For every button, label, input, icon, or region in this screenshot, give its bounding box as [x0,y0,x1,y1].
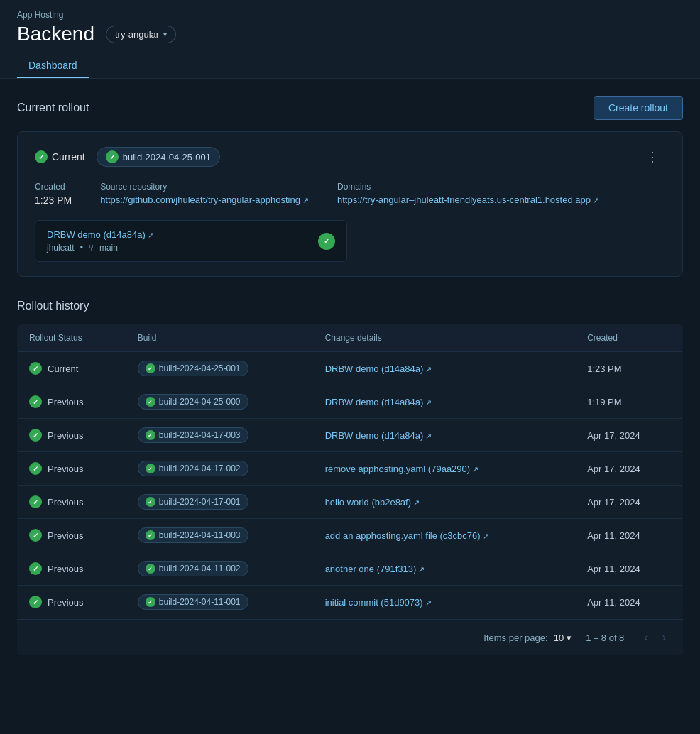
table-row: Previous build-2024-04-11-002 another on… [18,552,683,586]
table-row: Previous build-2024-04-25-000 DRBW demo … [18,385,683,419]
row-build-id: build-2024-04-25-000 [159,397,241,407]
domain-link[interactable]: https://try-angular–jhuleatt-friendlyeat… [337,195,599,205]
table-header-row: Rollout Status Build Change details Crea… [18,324,683,352]
row-status-dot [29,495,42,508]
current-status-badge: Current [35,150,85,163]
row-status-label: Previous [48,397,84,407]
row-status-label: Current [48,363,78,374]
row-status-cell: Previous [29,462,115,475]
row-status-dot [29,562,42,575]
page-nav: ‹ › [638,628,672,647]
row-status-cell: Previous [29,596,115,608]
row-change-link[interactable]: initial commit (51d9073) [325,597,432,608]
table-row: Previous build-2024-04-17-003 DRBW demo … [18,419,683,452]
row-status-label: Previous [48,597,84,608]
current-build-id: build-2024-04-25-001 [123,152,211,163]
row-build-tag[interactable]: build-2024-04-17-003 [138,427,248,443]
row-build-dot [146,497,155,507]
row-change-link[interactable]: DRBW demo (d14a84a) [325,363,432,374]
row-build-tag[interactable]: build-2024-04-11-001 [138,594,248,610]
row-build-tag[interactable]: build-2024-04-25-000 [138,394,248,410]
row-build-id: build-2024-04-11-002 [159,564,241,574]
created-label: Created [35,182,72,192]
tab-dashboard[interactable]: Dashboard [17,54,89,78]
row-status-cell: Previous [29,429,115,442]
next-page-button[interactable]: › [657,628,672,647]
rollout-history-table: Rollout Status Build Change details Crea… [17,324,683,619]
row-status-label: Previous [48,564,84,574]
current-build-badge[interactable]: build-2024-04-25-001 [97,147,220,167]
row-build-dot [146,530,155,540]
row-status-label: Previous [48,530,84,541]
source-repo-label: Source repository [100,182,309,192]
row-build-dot [146,397,155,407]
row-build-dot [146,564,155,574]
col-created: Created [576,324,682,352]
table-row: Previous build-2024-04-11-003 add an app… [18,519,683,552]
created-col: Created 1:23 PM [35,182,72,206]
commit-branch: main [99,243,118,253]
row-build-tag[interactable]: build-2024-04-17-002 [138,461,248,476]
row-status-label: Previous [48,464,84,474]
commit-status-dot [318,233,335,250]
current-rollout-header: Current rollout Create rollout [17,96,683,120]
row-build-dot [146,430,155,440]
commit-info: DRBW demo (d14a84a) jhuleatt • ⑂ main [47,229,154,253]
row-status-label: Previous [48,497,84,508]
domains-col: Domains https://try-angular–jhuleatt-fri… [337,182,599,206]
main-content: Current rollout Create rollout Current b… [0,79,700,672]
app-hosting-label: App Hosting [17,10,683,20]
commit-meta: jhuleatt • ⑂ main [47,243,154,253]
row-build-tag[interactable]: build-2024-04-17-001 [138,494,248,510]
row-change-link[interactable]: add an apphosting.yaml file (c3cbc76) [325,530,489,541]
table-row: Previous build-2024-04-17-001 hello worl… [18,486,683,519]
source-repo-link[interactable]: https://github.com/jhuleatt/try-angular-… [100,195,309,205]
per-page-chevron-icon: ▾ [567,632,572,643]
row-created: Apr 17, 2024 [576,486,682,519]
page-title: Backend [17,23,94,45]
row-created: Apr 11, 2024 [576,552,682,586]
row-status-dot [29,462,42,475]
row-created: Apr 17, 2024 [576,419,682,452]
branch-selector-label: try-angular [115,29,159,40]
branch-selector[interactable]: try-angular ▾ [106,26,176,43]
row-status-cell: Current [29,362,115,375]
row-build-id: build-2024-04-17-003 [159,430,241,440]
current-rollout-card: Current build-2024-04-25-001 ⋮ Created 1… [17,131,683,277]
row-status-dot [29,429,42,442]
commit-link[interactable]: DRBW demo (d14a84a) [47,229,154,240]
dot-separator: • [80,243,83,253]
row-created: Apr 11, 2024 [576,586,682,619]
row-build-tag[interactable]: build-2024-04-25-001 [138,361,248,376]
row-change-link[interactable]: DRBW demo (d14a84a) [325,430,432,441]
row-status-label: Previous [48,430,84,441]
row-build-id: build-2024-04-17-002 [159,464,241,473]
row-build-tag[interactable]: build-2024-04-11-002 [138,561,248,576]
commit-row: DRBW demo (d14a84a) jhuleatt • ⑂ main [35,220,347,262]
rollout-card-details: Created 1:23 PM Source repository https:… [35,182,665,206]
row-status-cell: Previous [29,529,115,542]
row-created: 1:23 PM [576,352,682,385]
create-rollout-button[interactable]: Create rollout [594,96,683,120]
branch-icon: ⑂ [89,243,94,253]
row-build-dot [146,464,155,473]
row-build-id: build-2024-04-17-001 [159,497,241,507]
items-per-page-value: 10 [554,632,564,643]
items-per-page-group: Items per page: 10 ▾ [483,632,572,643]
row-created: 1:19 PM [576,385,682,419]
rollout-card-header-left: Current build-2024-04-25-001 [35,147,220,167]
row-change-link[interactable]: another one (791f313) [325,564,425,574]
more-options-button[interactable]: ⋮ [640,146,665,168]
items-per-page-select[interactable]: 10 ▾ [554,632,572,643]
row-status-cell: Previous [29,495,115,508]
row-change-link[interactable]: remove apphosting.yaml (79aa290) [325,464,479,474]
prev-page-button[interactable]: ‹ [638,628,653,647]
current-status-label: Current [52,151,85,163]
created-value: 1:23 PM [35,195,72,206]
row-build-id: build-2024-04-11-001 [159,597,241,607]
row-status-dot [29,362,42,375]
row-change-link[interactable]: hello world (bb2e8af) [325,497,420,508]
row-change-link[interactable]: DRBW demo (d14a84a) [325,397,432,407]
row-created: Apr 17, 2024 [576,452,682,486]
row-build-tag[interactable]: build-2024-04-11-003 [138,527,248,543]
